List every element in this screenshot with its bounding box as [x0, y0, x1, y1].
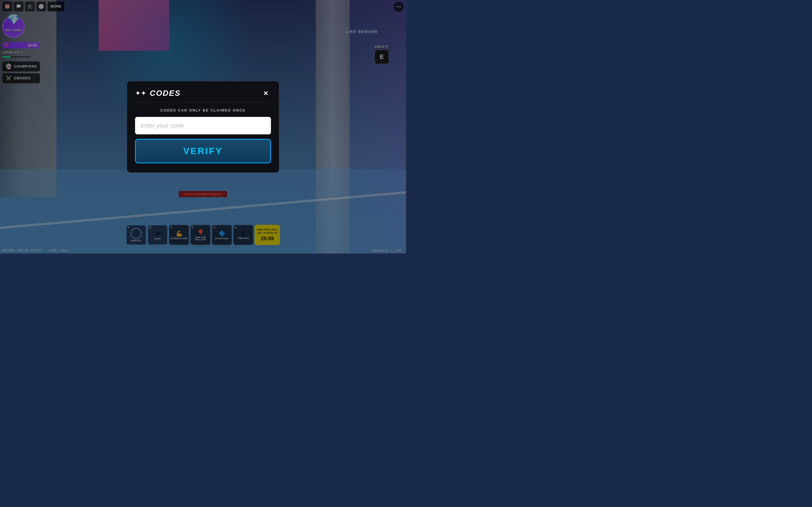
modal-header: ✦✦ CODES ×	[135, 88, 271, 103]
modal-title-area: ✦✦ CODES	[135, 89, 181, 98]
sparkle-icon: ✦✦	[135, 89, 146, 97]
codes-modal: ✦✦ CODES × CODES CAN ONLY BE CLAIMED ONC…	[127, 81, 279, 173]
verify-button[interactable]: VERIFY	[135, 139, 271, 163]
codes-subtitle: CODES CAN ONLY BE CLAIMED ONCE	[135, 108, 271, 112]
modal-overlay: ✦✦ CODES × CODES CAN ONLY BE CLAIMED ONC…	[0, 0, 406, 253]
modal-close-button[interactable]: ×	[261, 88, 271, 98]
code-input[interactable]	[135, 117, 271, 134]
modal-title: CODES	[150, 89, 181, 98]
